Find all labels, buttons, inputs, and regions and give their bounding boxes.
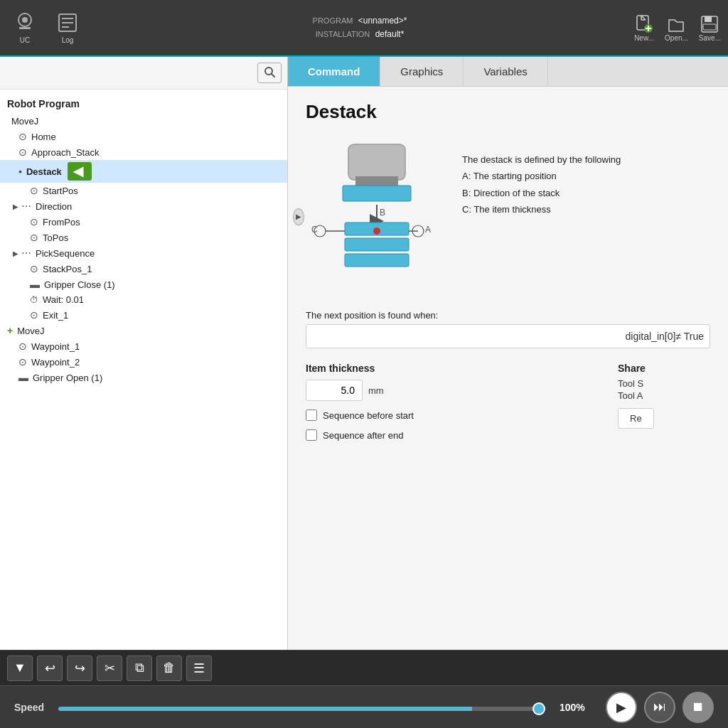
save-button[interactable]: Save... (699, 14, 721, 42)
exit1-icon: ⊙ (30, 309, 38, 321)
tree-item-approach[interactable]: ⊙ Approach_Stack (0, 144, 287, 160)
tree-item-movej2[interactable]: + MoveJ (0, 323, 287, 338)
destack-icon: ▪ (18, 166, 22, 177)
speed-pct: 100% (560, 702, 592, 713)
approach-icon: ⊙ (18, 146, 27, 158)
svg-line-18 (272, 74, 274, 77)
next-pos-value[interactable]: digital_in[0]≠ True (306, 324, 710, 348)
gripper-open-icon: ▬ (18, 372, 28, 383)
seq-after-row: Sequence after end (306, 429, 596, 441)
frompos-icon: ⊙ (30, 216, 38, 228)
destack-diagram: ▶ B C (306, 137, 448, 296)
nav-icons: UC Log (7, 6, 85, 49)
share-item-2: Tool A (618, 390, 710, 401)
item-thickness-block: Item thickness mm Sequence before start … (306, 363, 596, 441)
share-item-1: Tool S (618, 378, 710, 389)
pickseq-expand-icon: ▶ (13, 250, 18, 257)
speed-slider-container (58, 702, 545, 713)
undo-button[interactable]: ↩ (37, 655, 63, 681)
tree-item-startpos[interactable]: ⊙ StartPos (0, 183, 287, 198)
diagram-area: ▶ B C (306, 137, 710, 296)
tree-item-direction[interactable]: ▶ ⋯ Direction (0, 198, 287, 214)
topos-icon: ⊙ (30, 232, 38, 243)
stop-button[interactable]: ⏹ (682, 692, 714, 723)
tree-item-movej1[interactable]: MoveJ (0, 114, 287, 129)
play-button[interactable]: ▶ (606, 692, 637, 723)
wait-icon: ⏱ (30, 295, 38, 305)
svg-text:A: A (425, 225, 431, 235)
tabs-bar: Command Graphics Variables (288, 57, 728, 87)
tree-item-home[interactable]: ⊙ Home (0, 129, 287, 144)
svg-rect-15 (705, 16, 712, 22)
next-pos-label: The next position is found when: (306, 310, 710, 321)
main-area: Robot Program MoveJ ⊙ Home ⊙ Approach_St… (0, 57, 728, 650)
startpos-icon: ⊙ (30, 185, 38, 196)
tree-item-pickseq[interactable]: ▶ ⋯ PickSequence (0, 245, 287, 261)
home-icon: ⊙ (18, 131, 27, 142)
copy-button[interactable]: ⧉ (127, 655, 152, 681)
skip-button[interactable]: ⏭ (644, 692, 675, 723)
svg-text:B: B (380, 208, 385, 218)
collapse-arrow[interactable]: ▶ (293, 208, 304, 225)
svg-rect-16 (703, 24, 716, 30)
selection-arrow: ◀ (68, 162, 92, 181)
top-right-toolbar: New... Open... Save... (634, 14, 721, 42)
speed-slider[interactable] (58, 707, 545, 711)
tree-item-waypoint1[interactable]: ⊙ Waypoint_1 (0, 338, 287, 354)
redo-button[interactable]: ↪ (67, 655, 92, 681)
item-thickness-input[interactable] (306, 380, 363, 401)
program-info: PROGRAM <unnamed>* INSTALLATION default* (85, 14, 634, 41)
direction-icon: ⋯ (21, 200, 31, 212)
next-position-row: The next position is found when: digital… (306, 310, 710, 348)
tree-panel: Robot Program MoveJ ⊙ Home ⊙ Approach_St… (0, 90, 287, 650)
new-button[interactable]: New... (634, 14, 654, 42)
svg-point-33 (373, 228, 380, 235)
item-thickness-input-row: mm (306, 380, 596, 401)
open-button[interactable]: Open... (665, 14, 688, 42)
seq-before-label: Sequence before start (323, 410, 414, 421)
speed-label: Speed (14, 702, 44, 713)
gripper-close-icon: ▬ (30, 279, 40, 290)
nav-uc[interactable]: UC (7, 6, 43, 49)
svg-rect-25 (345, 238, 409, 251)
seq-after-label: Sequence after end (323, 430, 403, 441)
share-block: Share Tool S Tool A Re (618, 363, 710, 429)
playback-controls: ▶ ⏭ ⏹ (606, 692, 714, 723)
svg-line-8 (641, 16, 646, 20)
bottom-toolbar: ▼ ↩ ↪ ✂ ⧉ 🗑 ☰ (0, 650, 728, 685)
svg-rect-26 (345, 254, 409, 267)
content-area: Destack ▶ B (288, 87, 728, 650)
seq-after-checkbox[interactable] (306, 429, 317, 441)
tree-item-gripper-close[interactable]: ▬ Gripper Close (1) (0, 277, 287, 292)
svg-rect-19 (348, 144, 405, 180)
tab-variables[interactable]: Variables (464, 57, 547, 86)
left-panel: Robot Program MoveJ ⊙ Home ⊙ Approach_St… (0, 57, 288, 650)
content-title: Destack (306, 101, 710, 123)
pickseq-icon: ⋯ (21, 247, 31, 259)
format-button[interactable]: ☰ (186, 655, 212, 681)
cut-button[interactable]: ✂ (97, 655, 122, 681)
search-button[interactable] (257, 63, 282, 83)
tree-item-stackpos1[interactable]: ⊙ StackPos_1 (0, 261, 287, 277)
tree-item-frompos[interactable]: ⊙ FromPos (0, 214, 287, 230)
tree-item-topos[interactable]: ⊙ ToPos (0, 230, 287, 245)
waypoint2-icon: ⊙ (18, 356, 27, 368)
tree-item-gripper-open[interactable]: ▬ Gripper Open (1) (0, 370, 287, 385)
direction-expand-icon: ▶ (13, 203, 18, 210)
delete-button[interactable]: 🗑 (156, 655, 182, 681)
tree-item-exit1[interactable]: ⊙ Exit_1 (0, 307, 287, 323)
tree-item-wait[interactable]: ⏱ Wait: 0.01 (0, 292, 287, 307)
down-button[interactable]: ▼ (7, 655, 33, 681)
item-thickness-unit: mm (368, 385, 384, 396)
params-row: Item thickness mm Sequence before start … (306, 363, 710, 441)
tab-graphics[interactable]: Graphics (380, 57, 464, 86)
tree-item-destack[interactable]: ▪ Destack ◀ (0, 160, 287, 183)
re-button[interactable]: Re (618, 408, 654, 429)
seq-before-checkbox[interactable] (306, 410, 317, 421)
nav-log[interactable]: Log (50, 6, 85, 49)
svg-rect-21 (343, 186, 411, 201)
seq-before-row: Sequence before start (306, 410, 596, 421)
tab-command[interactable]: Command (288, 57, 380, 86)
speed-bar: Speed 100% ▶ ⏭ ⏹ (0, 685, 728, 728)
tree-item-waypoint2[interactable]: ⊙ Waypoint_2 (0, 354, 287, 370)
